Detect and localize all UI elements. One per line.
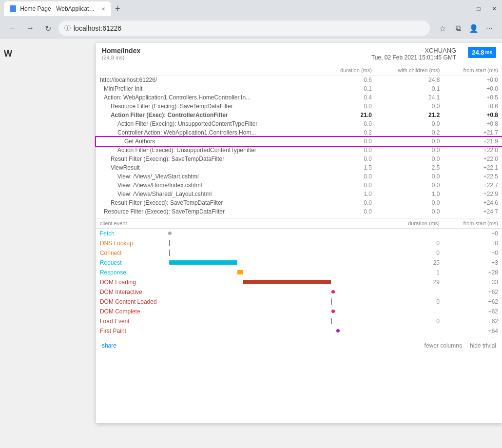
client-event-bar-area <box>168 308 381 315</box>
client-event-bar <box>331 318 332 324</box>
table-row: http://localhost:61226/ <box>96 76 322 85</box>
client-event-duration: 0 <box>381 298 440 305</box>
collections-icon[interactable]: ⧉ <box>451 21 465 35</box>
client-event-bar <box>168 232 172 235</box>
webpage-background: W <box>0 43 47 423</box>
client-event-row: Request25+3 <box>96 258 502 268</box>
share-link[interactable]: share <box>102 342 116 349</box>
client-event-row: DOM Complete+62 <box>96 307 502 316</box>
client-event-from-start: +0 <box>440 250 498 256</box>
window-controls: — □ ✕ <box>459 5 498 13</box>
tab-favicon <box>10 5 16 12</box>
client-events-header: client event duration (ms) from start (m… <box>96 218 502 229</box>
client-event-row: Fetch+0 <box>96 229 502 238</box>
client-event-row: Load Event0+62 <box>96 316 502 326</box>
col-duration: duration (ms) <box>322 65 376 76</box>
table-row: Get Authors <box>96 137 322 146</box>
info-icon: ⓘ <box>64 24 71 33</box>
client-event-duration: 0 <box>381 318 440 325</box>
client-event-from-start: +33 <box>440 279 498 286</box>
table-row: Action Filter (Execing): UnsupportedCont… <box>96 119 322 128</box>
client-event-duration: 25 <box>381 259 440 266</box>
toolbar-icons: ☆ ⧉ 👤 ··· <box>436 21 496 35</box>
forward-button[interactable]: → <box>23 21 37 35</box>
client-event-from-start: +0 <box>440 230 498 237</box>
tab-close-icon[interactable]: ✕ <box>101 6 105 12</box>
client-header-spacer <box>240 220 381 226</box>
col-with-children: with children (ms) <box>376 65 444 76</box>
profiles-icon[interactable]: 👤 <box>467 21 481 35</box>
client-event-bar <box>169 240 170 246</box>
client-event-bar <box>336 329 340 332</box>
table-row: Result Filter (Execed): SaveTempDataFilt… <box>96 198 322 207</box>
client-event-row: First Paint+64 <box>96 326 502 336</box>
client-event-bar <box>169 250 170 256</box>
client-event-label: First Paint <box>100 328 168 334</box>
close-button[interactable]: ✕ <box>490 5 498 13</box>
table-row: View: /Views/Shared/_Layout.cshtml <box>96 190 322 198</box>
profiler-panel: Home/Index (24.8 ms) XCHUANG Tue, 02 Feb… <box>96 43 502 423</box>
client-event-bar-area <box>168 250 381 256</box>
footer-links: fewer columns hide trivial <box>425 342 496 349</box>
maximize-button[interactable]: □ <box>475 5 483 13</box>
client-event-bar <box>331 298 332 305</box>
client-event-duration: 29 <box>381 279 440 286</box>
client-event-label: Request <box>100 259 168 266</box>
client-event-bar <box>243 280 331 284</box>
profiler-user: XCHUANG <box>371 47 456 54</box>
client-events-section: client event duration (ms) from start (m… <box>96 216 502 338</box>
client-event-bar <box>331 310 335 313</box>
active-tab[interactable]: Home Page - WebApplication1 ✕ <box>4 1 111 16</box>
webpage-content: W <box>0 43 47 65</box>
minimize-button[interactable]: — <box>459 5 467 13</box>
client-event-label: DNS Lookup <box>100 240 168 247</box>
profiler-timing-table: duration (ms) with children (ms) from st… <box>96 65 502 216</box>
address-bar: ← → ↻ ⓘ localhost:61226 ☆ ⧉ 👤 ··· <box>0 18 502 39</box>
address-input[interactable]: ⓘ localhost:61226 <box>58 20 430 36</box>
client-event-label: Fetch <box>100 230 168 237</box>
back-button[interactable]: ← <box>6 21 19 35</box>
client-event-bar-area <box>168 279 381 286</box>
table-row: Action Filter (Execed): UnsupportedConte… <box>96 146 322 155</box>
browser-chrome: Home Page - WebApplication1 ✕ + — □ ✕ ← … <box>0 0 502 39</box>
table-row: View: /Views/Home/Index.cshtml <box>96 181 322 190</box>
profiler-title-area: Home/Index (24.8 ms) <box>102 47 140 60</box>
profiler-footer: share fewer columns hide trivial <box>96 338 502 353</box>
client-event-row: DOM Interactive+62 <box>96 287 502 297</box>
client-event-bar-area <box>168 240 381 247</box>
client-event-bar-area <box>168 289 381 295</box>
client-event-label: DOM Content Loaded <box>100 298 168 305</box>
client-event-from-start: +28 <box>440 269 498 276</box>
client-event-from-start: +62 <box>440 298 498 305</box>
tab-title: Home Page - WebApplication1 <box>20 5 96 12</box>
title-bar: Home Page - WebApplication1 ✕ + — □ ✕ <box>0 0 502 18</box>
table-row: Action: WebApplication1.Controllers.Home… <box>96 93 322 102</box>
client-event-from-start: +64 <box>440 328 498 334</box>
client-event-rows: Fetch+0DNS Lookup0+0Connect0+0Request25+… <box>96 229 502 336</box>
client-event-duration: 1 <box>381 269 440 276</box>
client-event-row: Response1+28 <box>96 268 502 277</box>
profiler-header: Home/Index (24.8 ms) XCHUANG Tue, 02 Feb… <box>96 43 502 65</box>
client-event-label: DOM Loading <box>100 279 168 286</box>
profiler-date: Tue, 02 Feb 2021 15:01:45 GMT <box>371 54 456 61</box>
table-row: MiniProfiler Init <box>96 84 322 93</box>
client-event-bar-area <box>168 269 381 276</box>
client-event-duration: 0 <box>381 250 440 256</box>
table-row: View: /Views/_ViewStart.cshtml <box>96 172 322 181</box>
client-event-from-start: +62 <box>440 318 498 325</box>
settings-icon[interactable]: ··· <box>483 21 496 35</box>
client-event-bar-area <box>168 318 381 325</box>
client-header-label: client event <box>100 220 241 226</box>
reload-button[interactable]: ↻ <box>41 21 55 35</box>
client-event-row: DOM Loading29+33 <box>96 277 502 287</box>
client-event-bar <box>237 270 243 274</box>
fewer-columns-link[interactable]: fewer columns <box>425 342 462 349</box>
bookmark-star-icon[interactable]: ☆ <box>436 21 449 35</box>
client-event-row: Connect0+0 <box>96 248 502 258</box>
client-event-row: DOM Content Loaded0+62 <box>96 297 502 307</box>
client-header-duration: duration (ms) <box>381 220 440 226</box>
client-event-duration: 0 <box>381 240 440 247</box>
new-tab-button[interactable]: + <box>115 4 120 14</box>
hide-trivial-link[interactable]: hide trivial <box>470 342 496 349</box>
client-event-label: DOM Complete <box>100 308 168 315</box>
